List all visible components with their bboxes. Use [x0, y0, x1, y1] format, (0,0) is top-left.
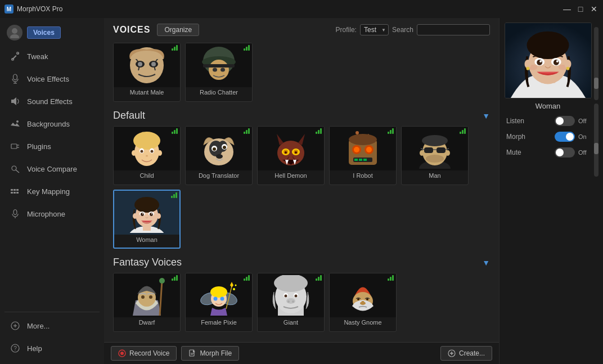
listen-toggle[interactable]	[555, 116, 575, 126]
listen-toggle-knob	[556, 117, 564, 125]
svg-point-103	[141, 213, 144, 216]
svg-rect-15	[14, 189, 16, 191]
app-title: MorphVOX Pro	[17, 5, 62, 13]
record-voice-button[interactable]: Record Voice	[111, 346, 177, 361]
sidebar-divider	[4, 312, 100, 312]
svg-point-46	[151, 150, 154, 153]
profile-area: Profile: Test Search	[336, 24, 490, 35]
listen-control: Listen Off	[504, 116, 592, 126]
fantasy-collapse-icon[interactable]: ▼	[482, 258, 490, 267]
svg-point-164	[526, 67, 529, 70]
default-section-title: Default	[113, 110, 145, 122]
volume-thumb-1	[594, 78, 598, 89]
svg-point-132	[295, 295, 298, 298]
sidebar-item-microphone[interactable]: Microphone	[2, 203, 102, 225]
svg-point-65	[285, 151, 287, 154]
maximize-button[interactable]: □	[576, 5, 585, 14]
voice-card-mutant-male[interactable]: Mutant Male	[113, 43, 181, 102]
voice-label-child: Child	[114, 170, 180, 181]
morph-file-button[interactable]: Morph File	[181, 346, 239, 361]
tweak-icon	[9, 50, 21, 62]
voice-card-female-pixie[interactable]: Female Pixie	[185, 273, 253, 332]
voice-card-hell-demon[interactable]: Hell Demon	[257, 126, 325, 185]
voice-label-radio-chatter: Radio Chatter	[186, 87, 252, 97]
voice-card-dwarf[interactable]: Dwarf	[113, 273, 181, 332]
voice-card-nasty-gnome[interactable]: Nasty Gnome	[329, 273, 397, 332]
sidebar-label-key-mapping: Key Mapping	[27, 187, 70, 196]
voice-card-man[interactable]: Man	[401, 126, 469, 185]
svg-point-4	[14, 74, 17, 80]
sidebar-item-key-mapping[interactable]: Key Mapping	[2, 180, 102, 203]
svg-point-104	[150, 213, 153, 216]
morph-toggle[interactable]	[555, 132, 575, 142]
create-button[interactable]: Create...	[440, 346, 492, 361]
sidebar-item-sound-effects[interactable]: Sound Effects	[2, 90, 102, 113]
search-input[interactable]	[417, 24, 490, 35]
sidebar-label-help: Help	[27, 344, 42, 353]
svg-point-107	[133, 213, 137, 219]
svg-point-105	[142, 213, 143, 214]
svg-point-58	[216, 154, 223, 159]
svg-point-20	[14, 210, 17, 215]
svg-rect-87	[424, 147, 433, 153]
sidebar-item-voice-effects[interactable]: Voice Effects	[2, 68, 102, 90]
sidebar-item-help[interactable]: ? Help	[2, 337, 102, 359]
svg-point-119	[210, 286, 227, 298]
voice-card-child[interactable]: Child	[113, 126, 181, 185]
svg-rect-9	[11, 144, 17, 149]
record-icon	[118, 349, 126, 357]
sidebar-item-backgrounds[interactable]: Backgrounds	[2, 113, 102, 135]
voice-card-giant[interactable]: Giant	[257, 273, 325, 332]
svg-rect-19	[16, 192, 19, 194]
organize-button[interactable]: Organize	[157, 24, 199, 36]
svg-point-139	[366, 298, 368, 300]
voice-card-i-robot[interactable]: I Robot	[329, 126, 397, 185]
svg-rect-17	[11, 192, 13, 194]
svg-point-75	[366, 147, 372, 152]
svg-point-31	[138, 62, 142, 66]
morph-toggle-area: On	[555, 132, 590, 142]
svg-rect-14	[11, 189, 13, 191]
default-collapse-icon[interactable]: ▼	[482, 111, 490, 120]
morph-control: Morph On	[504, 132, 592, 142]
voices-list: Mutant Male	[104, 41, 499, 342]
voice-image-i-robot	[330, 127, 396, 170]
svg-text:?: ?	[14, 345, 17, 352]
sidebar-item-more[interactable]: More...	[2, 314, 102, 337]
voice-effects-icon	[9, 73, 21, 85]
svg-rect-78	[359, 159, 362, 161]
svg-point-158	[539, 60, 542, 62]
close-button[interactable]: ✕	[590, 5, 598, 14]
voice-card-dog-translator[interactable]: Dog Translator	[185, 126, 253, 185]
svg-rect-88	[436, 147, 446, 153]
svg-point-8	[16, 120, 19, 123]
sidebar-item-plugins[interactable]: Plugins	[2, 135, 102, 158]
volume-slider-1[interactable]	[594, 27, 598, 100]
voice-card-radio-chatter[interactable]: Radio Chatter	[185, 43, 253, 102]
voice-image-child	[114, 127, 180, 170]
sidebar-label-microphone: Microphone	[27, 210, 65, 218]
sidebar-item-voice-compare[interactable]: Voice Compare	[2, 158, 102, 180]
voice-label-woman: Woman	[114, 235, 179, 245]
voice-card-woman[interactable]: Woman	[113, 190, 181, 249]
sidebar-item-tweak[interactable]: Tweak	[2, 45, 102, 68]
voice-image-dwarf	[114, 273, 180, 317]
volume-slider-2[interactable]	[594, 104, 598, 177]
content-area: VOICES Organize Profile: Test Search	[104, 18, 603, 364]
mute-toggle-knob	[556, 149, 564, 156]
svg-point-153	[526, 32, 569, 59]
minimize-button[interactable]: —	[562, 5, 572, 14]
svg-point-156	[537, 60, 542, 65]
svg-point-159	[556, 60, 558, 62]
sidebar-bottom: More... ? Help	[0, 309, 104, 364]
svg-point-121	[220, 297, 224, 301]
voices-panel: VOICES Organize Profile: Test Search	[104, 18, 499, 364]
svg-point-157	[553, 60, 559, 65]
mute-toggle[interactable]	[555, 147, 575, 158]
voice-label-mutant-male: Mutant Male	[114, 87, 180, 97]
sidebar-label-more: More...	[27, 322, 50, 330]
voices-button[interactable]: Voices	[27, 26, 61, 39]
voice-image-mutant-male	[114, 43, 180, 87]
voice-image-nasty-gnome	[330, 273, 396, 317]
profile-select[interactable]: Test	[360, 24, 389, 35]
